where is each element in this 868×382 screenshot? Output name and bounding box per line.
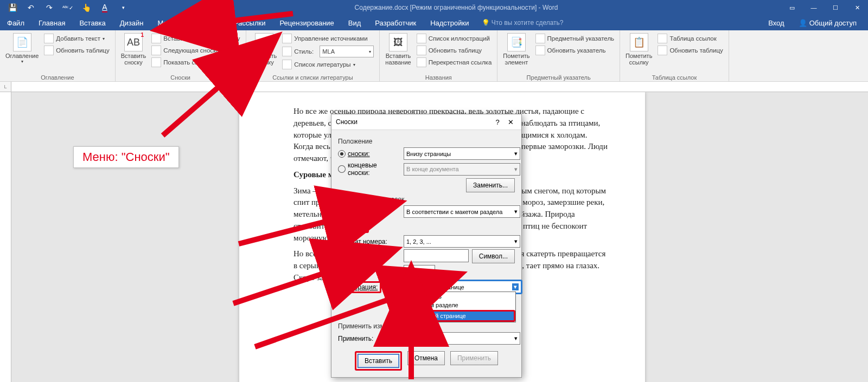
tab-developer[interactable]: Разработчик — [368, 15, 423, 30]
share-button[interactable]: 👤Общий доступ — [792, 19, 864, 27]
numbering-option-continue[interactable]: Продолжить — [404, 292, 515, 301]
tab-view[interactable]: Вид — [341, 15, 368, 30]
update-figures-button[interactable]: Обновить таблицу — [414, 45, 494, 56]
toc-label: Оглавление — [5, 53, 39, 59]
font-color-icon[interactable]: A — [97, 1, 113, 14]
symbol-button[interactable]: Символ... — [472, 249, 515, 263]
update-toa-button[interactable]: Обновить таблицу — [655, 45, 725, 56]
dialog-titlebar[interactable]: Сноски ? ✕ — [331, 114, 521, 130]
next-footnote-label: Следующая сноска — [163, 47, 219, 54]
group-footnotes: AB1Вставить сноску Вставить концевую сно… — [116, 30, 246, 81]
section-layout: Расположение сносок — [338, 196, 515, 203]
annotation-callout: Меню: "Сноски" — [73, 146, 179, 168]
columns-dropdown[interactable]: В соответствии с макетом раздела▾ — [404, 205, 520, 218]
tab-addins[interactable]: Надстройки — [423, 15, 476, 30]
close-icon[interactable]: ✕ — [846, 0, 868, 15]
columns-label: Столбцы: — [338, 208, 400, 216]
insert-index-label: Предметный указатель — [547, 35, 615, 42]
mark-citation-button[interactable]: 📋Пометить ссылку — [623, 32, 654, 67]
sign-in-button[interactable]: Вход — [761, 19, 791, 27]
cancel-button[interactable]: Отмена — [407, 351, 445, 365]
apply-to-label: Применить: — [338, 335, 400, 342]
replace-button[interactable]: Заменить... — [466, 178, 515, 192]
add-text-button[interactable]: Добавить текст▾ — [42, 33, 111, 44]
insert-toa-button[interactable]: Таблица ссылок — [655, 33, 725, 44]
redo-icon[interactable]: ↷ — [41, 1, 58, 14]
insert-citation-button[interactable]: 🔗Вставить ссылку▾ — [250, 32, 279, 72]
maximize-icon[interactable]: ☐ — [825, 0, 846, 15]
apply-button[interactable]: Применить — [450, 351, 498, 365]
caption-icon: 🖼 — [389, 33, 407, 51]
custom-mark-label: другой: — [338, 252, 400, 260]
bibliography-button[interactable]: Список литературы▾ — [280, 59, 376, 70]
cross-reference-button[interactable]: Перекрестная ссылка — [414, 57, 494, 68]
start-at-label: Начать с: — [338, 268, 400, 275]
numbering-option-section[interactable]: В каждом разделе — [404, 301, 515, 310]
radio-checked-icon — [338, 150, 346, 158]
crossref-icon — [417, 57, 426, 67]
endnotes-radio[interactable]: концевые сноски: — [338, 161, 400, 177]
list-figures-button[interactable]: Список иллюстраций — [414, 33, 494, 44]
citation-style[interactable]: Стиль: MLA▾ — [280, 45, 376, 58]
list-figures-icon — [417, 34, 426, 43]
undo-icon[interactable]: ↶ — [23, 1, 39, 14]
group-footnotes-label: Сноски↘ — [119, 73, 242, 81]
dialog-help-icon[interactable]: ? — [491, 118, 504, 126]
tab-home[interactable]: Главная — [31, 15, 72, 30]
numbering-option-page[interactable]: На каждой странице — [404, 310, 515, 322]
dialog-close-icon[interactable]: ✕ — [504, 118, 517, 126]
bibliography-label: Список литературы — [294, 61, 350, 68]
tab-mailings[interactable]: Рассылки — [227, 15, 272, 30]
insert-button[interactable]: Вставить — [358, 354, 399, 368]
group-citations: 🔗Вставить ссылку▾ Управление источниками… — [246, 30, 380, 81]
list-figures-label: Список иллюстраций — [429, 35, 490, 42]
footnotes-dialog-launcher[interactable]: ↘ — [233, 72, 244, 82]
show-footnotes-label: Показать сноски — [163, 59, 211, 66]
mark-entry-button[interactable]: 📑Пометить элемент — [501, 32, 532, 67]
tab-layout[interactable]: Макет — [150, 15, 184, 30]
save-icon[interactable]: 💾 — [4, 1, 21, 14]
vertical-ruler[interactable] — [0, 92, 11, 382]
insert-caption-button[interactable]: 🖼Вставить название — [383, 32, 413, 68]
update-toc-button[interactable]: Обновить таблицу — [42, 45, 111, 56]
footnote-location-dropdown[interactable]: Внизу страницы▾ — [404, 147, 520, 160]
style-dropdown[interactable]: MLA▾ — [320, 46, 374, 57]
show-footnotes-button[interactable]: Показать сноски — [149, 57, 242, 68]
tab-insert[interactable]: Вставка — [72, 15, 112, 30]
ribbon-opts-icon[interactable]: ▭ — [781, 0, 803, 15]
number-format-dropdown[interactable]: 1, 2, 3, ...▾ — [404, 235, 520, 248]
numbering-label: Нумерация: — [338, 281, 400, 293]
insert-endnote-button[interactable]: Вставить концевую сноску — [149, 33, 242, 44]
qat-more-icon[interactable]: ▾ — [115, 1, 131, 14]
start-at-input[interactable] — [404, 265, 435, 278]
tab-review[interactable]: Рецензирование — [272, 15, 341, 30]
group-toa: 📋Пометить ссылку Таблица ссылок Обновить… — [620, 30, 729, 81]
touch-mode-icon[interactable]: 👆 — [78, 1, 94, 14]
tab-design[interactable]: Дизайн — [113, 15, 151, 30]
bibliography-icon — [282, 60, 292, 69]
apply-to-dropdown[interactable]: ▾ — [404, 332, 520, 345]
minimize-icon[interactable]: — — [803, 0, 825, 15]
next-footnote-button[interactable]: Следующая сноска▾ — [149, 45, 242, 56]
tab-file[interactable]: Файл — [0, 15, 31, 30]
footnotes-dialog: Сноски ? ✕ Положение сноски: Внизу стран… — [331, 114, 522, 378]
tell-me-search[interactable]: 💡 Что вы хотите сделать? — [476, 15, 569, 30]
insert-index-button[interactable]: Предметный указатель — [533, 33, 617, 44]
custom-mark-input[interactable] — [404, 249, 469, 262]
manage-sources-label: Управление источниками — [294, 35, 367, 42]
spellcheck-icon[interactable]: ᴬᴮᶜ✓ — [60, 1, 76, 14]
quick-access-toolbar: 💾 ↶ ↷ ᴬᴮᶜ✓ 👆 A ▾ — [0, 1, 131, 14]
toc-button[interactable]: 📄Оглавление▾ — [3, 32, 41, 65]
title-bar: 💾 ↶ ↷ ᴬᴮᶜ✓ 👆 A ▾ Содержание.docx [Режим … — [0, 0, 868, 15]
horizontal-ruler[interactable]: L — [0, 82, 868, 92]
group-toa-label: Таблица ссылок — [623, 73, 725, 81]
update-toa-icon — [658, 46, 667, 55]
section-format: Формат — [338, 221, 515, 233]
footnotes-radio[interactable]: сноски: — [338, 150, 400, 158]
ruler-corner: L — [0, 82, 11, 92]
manage-sources-button[interactable]: Управление источниками — [280, 33, 376, 44]
insert-footnote-button[interactable]: AB1Вставить сноску — [119, 32, 149, 68]
update-index-button[interactable]: Обновить указатель — [533, 45, 617, 56]
tab-references[interactable]: Ссылки — [184, 15, 227, 30]
style-icon — [282, 47, 292, 56]
